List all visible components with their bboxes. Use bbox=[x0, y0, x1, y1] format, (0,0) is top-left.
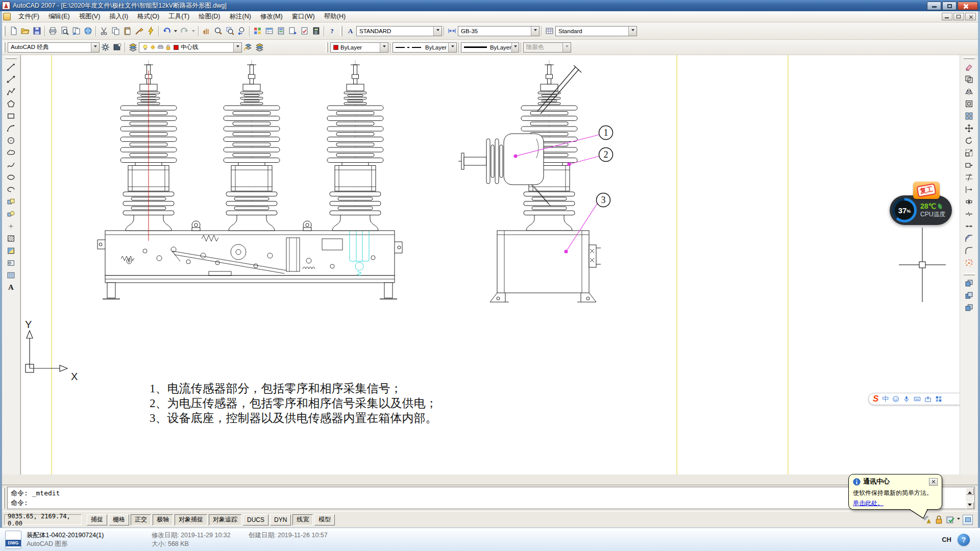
copy-icon[interactable] bbox=[963, 73, 976, 85]
language-indicator[interactable]: CH bbox=[942, 536, 951, 543]
circle-icon[interactable] bbox=[5, 134, 18, 146]
pan-icon[interactable] bbox=[201, 26, 212, 37]
extend-icon[interactable] bbox=[963, 183, 976, 195]
scroll-down-icon[interactable] bbox=[966, 502, 974, 509]
ellipse-icon[interactable] bbox=[5, 171, 18, 183]
grid-toggle[interactable]: 栅格 bbox=[109, 514, 129, 525]
polygon-icon[interactable] bbox=[5, 97, 18, 110]
spline-icon[interactable] bbox=[5, 159, 18, 171]
layer-previous-icon[interactable] bbox=[242, 42, 254, 53]
rectangle-icon[interactable] bbox=[5, 110, 18, 122]
dim-style-icon[interactable] bbox=[446, 26, 458, 37]
ime-keyboard-icon[interactable] bbox=[914, 395, 921, 403]
fillet-icon[interactable] bbox=[963, 244, 976, 257]
color-combo[interactable]: ByLayer bbox=[330, 42, 388, 53]
new-icon[interactable] bbox=[8, 26, 19, 37]
gradient-icon[interactable] bbox=[5, 244, 18, 257]
menu-view[interactable]: 视图(V) bbox=[75, 11, 105, 22]
menu-help[interactable]: 帮助(H) bbox=[320, 11, 350, 22]
mdi-restore-button[interactable] bbox=[953, 13, 964, 20]
help-icon[interactable]: ? bbox=[326, 26, 338, 37]
color-dropdown-icon[interactable] bbox=[380, 43, 388, 52]
minimize-button[interactable] bbox=[927, 2, 941, 10]
command-prompt-line[interactable]: 命令: bbox=[11, 498, 964, 508]
ime-skin-grid-icon[interactable] bbox=[935, 395, 942, 403]
menu-modify[interactable]: 修改(M) bbox=[256, 11, 287, 22]
command-window-grip[interactable] bbox=[3, 488, 5, 509]
ime-toolbar[interactable]: S 中 bbox=[868, 393, 960, 405]
draworder-toolbar-grip[interactable] bbox=[964, 273, 975, 276]
send-to-back-icon[interactable] bbox=[963, 289, 976, 302]
rotate-icon[interactable] bbox=[963, 134, 976, 146]
properties-palette-icon[interactable] bbox=[252, 26, 263, 37]
table-style-combo[interactable]: Standard bbox=[555, 26, 637, 36]
revision-cloud-icon[interactable] bbox=[5, 146, 18, 159]
modify-toolbar-grip[interactable] bbox=[964, 57, 975, 59]
close-button[interactable] bbox=[958, 2, 978, 10]
ime-toolbox-icon[interactable] bbox=[924, 395, 932, 403]
sheet-set-manager-icon[interactable] bbox=[287, 26, 299, 37]
layer-dropdown-icon[interactable] bbox=[233, 43, 241, 52]
layer-freeze-sun-icon[interactable] bbox=[150, 44, 156, 51]
scroll-up-icon[interactable] bbox=[966, 488, 974, 495]
redo-icon[interactable] bbox=[179, 26, 190, 37]
model-space-canvas[interactable]: Y X bbox=[20, 55, 960, 474]
open-icon[interactable] bbox=[19, 26, 31, 37]
stretch-icon[interactable] bbox=[963, 159, 976, 171]
dim-style-dropdown-icon[interactable] bbox=[531, 27, 539, 36]
command-text-area[interactable]: 命令: _mtedit 命令: bbox=[7, 487, 975, 509]
plot-icon[interactable] bbox=[47, 26, 59, 37]
plot-preview-icon[interactable] bbox=[59, 26, 70, 37]
table-style-dropdown-icon[interactable] bbox=[628, 27, 636, 36]
balloon-link[interactable]: 单击此处。 bbox=[853, 499, 884, 508]
markup-set-manager-icon[interactable] bbox=[299, 26, 310, 37]
zoom-window-icon[interactable] bbox=[224, 26, 236, 37]
clean-screen-button[interactable] bbox=[963, 515, 973, 525]
erase-icon[interactable] bbox=[963, 61, 976, 73]
linetype-dropdown-icon[interactable] bbox=[448, 43, 456, 52]
mdi-close-button[interactable] bbox=[965, 13, 976, 20]
move-icon[interactable] bbox=[963, 122, 976, 134]
command-scrollbar[interactable] bbox=[966, 488, 974, 509]
menu-draw[interactable]: 绘图(D) bbox=[194, 11, 225, 22]
workspace-dropdown-icon[interactable] bbox=[91, 43, 99, 52]
styles-toolbar-grip[interactable] bbox=[340, 26, 342, 36]
balloon-close-icon[interactable] bbox=[929, 478, 938, 486]
polar-toggle[interactable]: 极轴 bbox=[153, 514, 173, 525]
lineweight-combo[interactable]: ByLayer bbox=[461, 42, 519, 53]
otrack-toggle[interactable]: 对象追踪 bbox=[209, 514, 241, 525]
ime-emoji-icon[interactable] bbox=[892, 395, 899, 403]
ortho-toggle[interactable]: 正交 bbox=[131, 514, 151, 525]
bring-to-front-icon[interactable] bbox=[963, 277, 976, 289]
save-icon[interactable] bbox=[31, 26, 43, 37]
dyn-toggle[interactable]: DYN bbox=[270, 514, 291, 525]
dwf-globe-icon[interactable] bbox=[82, 26, 94, 37]
layer-on-bulb-icon[interactable] bbox=[142, 44, 149, 51]
workspace-settings-gear-icon[interactable] bbox=[100, 42, 111, 53]
menu-window[interactable]: 窗口(W) bbox=[287, 11, 320, 22]
workspace-combo[interactable]: AutoCAD 经典 bbox=[8, 42, 100, 53]
ime-voice-icon[interactable] bbox=[903, 395, 910, 403]
multiline-text-icon[interactable]: A bbox=[5, 281, 18, 293]
dim-style-combo[interactable]: GB-35 bbox=[458, 26, 540, 36]
designcenter-icon[interactable] bbox=[263, 26, 275, 37]
construction-line-icon[interactable] bbox=[5, 73, 18, 85]
dwg-file-icon[interactable]: DWG bbox=[5, 531, 21, 549]
text-style-dropdown-icon[interactable] bbox=[433, 27, 442, 36]
point-icon[interactable] bbox=[5, 220, 18, 232]
layer-plot-icon[interactable] bbox=[157, 44, 164, 51]
block-editor-icon[interactable] bbox=[145, 26, 157, 37]
ime-logo-icon[interactable]: S bbox=[873, 394, 878, 404]
tool-palettes-icon[interactable] bbox=[275, 26, 287, 37]
array-icon[interactable] bbox=[963, 110, 976, 122]
lineweight-toggle[interactable]: 线宽 bbox=[292, 514, 313, 525]
break-at-point-icon[interactable] bbox=[963, 195, 976, 208]
taskbar-blue-icon[interactable]: ? bbox=[958, 534, 970, 546]
ellipse-arc-icon[interactable] bbox=[5, 183, 18, 195]
copy-clip-icon[interactable] bbox=[110, 26, 121, 37]
tray-dropdown-icon[interactable] bbox=[957, 518, 960, 521]
cpu-temp-widget[interactable]: 37% 28℃ CPU温度 bbox=[890, 195, 952, 225]
layer-combo[interactable]: 中心线 bbox=[139, 42, 242, 53]
cut-icon[interactable] bbox=[98, 26, 110, 37]
insert-block-icon[interactable] bbox=[5, 195, 18, 208]
